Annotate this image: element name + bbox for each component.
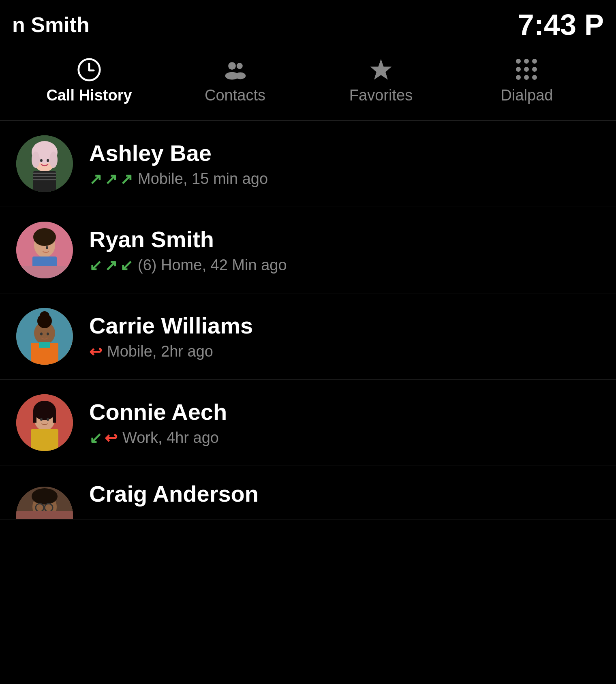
svg-point-38 [33,401,56,420]
avatar-ashley-bae [16,135,73,192]
call-type-time: Mobile, 2hr ago [107,343,213,360]
tab-dialpad[interactable]: Dialpad [454,53,600,108]
call-info-carrie-williams: Carrie Williams ↩ Mobile, 2hr ago [89,312,600,361]
contact-name: Connie Aech [89,399,600,425]
tab-dialpad-label: Dialpad [501,87,553,104]
clock-time: 7:43 P [518,8,604,41]
tab-contacts-label: Contacts [205,87,265,104]
svg-point-35 [47,333,49,336]
avatar-connie-aech [16,394,73,451]
status-bar: n Smith 7:43 P [0,0,616,45]
svg-rect-26 [16,266,73,278]
svg-point-19 [47,159,49,162]
svg-point-34 [40,333,43,336]
call-info-ashley-bae: Ashley Bae ↗ ↗ ↗ Mobile, 15 min ago [89,140,600,188]
contact-name: Carrie Williams [89,312,600,339]
tab-favorites[interactable]: Favorites [308,53,454,108]
arrow-missed-1: ↩ [89,343,102,361]
call-info-connie-aech: Connie Aech ↙ ↩ Work, 4hr ago [89,399,600,447]
svg-point-4 [237,63,243,69]
call-item-carrie-williams[interactable]: Carrie Williams ↩ Mobile, 2hr ago [0,293,616,380]
avatar-ryan-smith [16,222,73,278]
svg-rect-40 [53,410,56,423]
svg-rect-33 [39,342,50,348]
call-type-time: Work, 4hr ago [122,429,219,447]
arrow-out-1: ↗ [89,170,102,188]
svg-rect-50 [16,511,73,519]
svg-point-18 [40,159,43,162]
contact-name: Craig Anderson [89,481,600,507]
svg-rect-41 [31,429,58,451]
call-details: ↙ ↩ Work, 4hr ago [89,429,600,447]
tab-favorites-label: Favorites [349,87,413,104]
tab-contacts[interactable]: Contacts [162,53,308,108]
svg-rect-15 [33,173,56,174]
arrow-out-2: ↗ [105,170,118,188]
svg-rect-14 [33,171,56,192]
contact-name: Ashley Bae [89,140,600,166]
svg-point-25 [46,246,48,249]
call-details: ↙ ↗ ↙ (6) Home, 42 Min ago [89,256,600,274]
carrier-name: n Smith [12,13,90,37]
arrow-out-1: ↗ [105,256,118,274]
svg-point-31 [40,311,49,321]
call-item-craig-anderson[interactable]: Craig Anderson [0,466,616,519]
star-icon [369,58,393,82]
call-details: ↩ Mobile, 2hr ago [89,343,600,361]
call-info-ryan-smith: Ryan Smith ↙ ↗ ↙ (6) Home, 42 Min ago [89,226,600,274]
svg-point-23 [33,228,56,246]
call-type-time: Mobile, 15 min ago [138,170,268,188]
avatar-carrie-williams [16,308,73,365]
contact-name: Ryan Smith [89,226,600,252]
call-arrows: ↙ ↗ ↙ [89,256,133,274]
call-item-ryan-smith[interactable]: Ryan Smith ↙ ↗ ↙ (6) Home, 42 Min ago [0,207,616,293]
call-arrows: ↙ ↩ [89,429,118,447]
svg-rect-39 [33,410,36,423]
arrow-in-1: ↙ [89,429,102,447]
arrow-missed-1: ↩ [105,429,118,447]
arrow-in-2: ↙ [120,256,133,274]
svg-point-13 [49,152,58,168]
clock-icon [77,58,101,82]
call-arrows: ↗ ↗ ↗ [89,170,133,188]
svg-point-3 [228,62,236,70]
svg-point-46 [32,488,58,504]
arrow-in-1: ↙ [89,256,102,274]
svg-point-12 [32,152,40,168]
svg-rect-17 [33,179,56,180]
svg-point-43 [47,418,49,421]
call-info-craig-anderson: Craig Anderson [89,481,600,519]
contacts-icon [223,58,247,82]
arrow-out-3: ↗ [120,170,133,188]
svg-point-42 [40,418,43,421]
call-item-connie-aech[interactable]: Connie Aech ↙ ↩ Work, 4hr ago [0,380,616,466]
call-type-time: (6) Home, 42 Min ago [138,256,287,274]
dialpad-icon [515,58,539,82]
call-details: ↗ ↗ ↗ Mobile, 15 min ago [89,170,600,188]
svg-point-6 [235,73,246,79]
svg-rect-16 [33,176,56,177]
tab-call-history[interactable]: Call History [16,53,162,108]
call-item-ashley-bae[interactable]: Ashley Bae ↗ ↗ ↗ Mobile, 15 min ago [0,121,616,207]
svg-marker-7 [370,59,392,80]
avatar-craig-anderson [16,487,73,519]
tab-call-history-label: Call History [46,87,132,104]
call-arrows: ↩ [89,343,102,361]
call-history-list: Ashley Bae ↗ ↗ ↗ Mobile, 15 min ago [0,121,616,519]
navigation-tabs: Call History Contacts Favorites [0,45,616,121]
